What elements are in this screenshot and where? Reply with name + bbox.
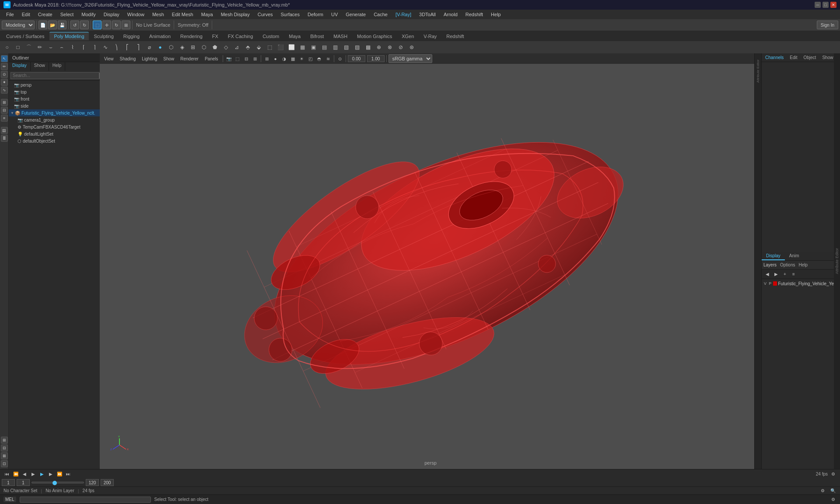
shelf-icon-30[interactable]: ▤ [319, 42, 329, 52]
shelf-icon-25[interactable]: ⬚ [264, 42, 275, 52]
menu-3dtoall[interactable]: 3DToAll [416, 11, 439, 18]
shelf-icon-5[interactable]: ⌣ [46, 42, 56, 52]
timeline-current-frame[interactable] [17, 479, 30, 486]
bottom-tool-1[interactable]: ⊞ [1, 437, 8, 444]
tab-sculpting[interactable]: Sculpting [90, 32, 118, 40]
vp-btn-ao[interactable]: ◓ [315, 55, 323, 63]
status-settings-btn[interactable]: ⚙ [819, 487, 826, 494]
layout-quad-btn[interactable]: ⊟ [1, 107, 8, 114]
shelf-icon-9[interactable]: ⌉ [89, 42, 100, 52]
tab-rigging[interactable]: Rigging [119, 32, 144, 40]
shelf-icon-8[interactable]: ⌈ [78, 42, 89, 52]
tree-item-side[interactable]: 📷 side [9, 102, 108, 109]
menu-edit-mesh[interactable]: Edit Mesh [168, 11, 197, 18]
shelf-icon-16[interactable]: ⬡ [166, 42, 176, 52]
menu-uv[interactable]: UV [328, 11, 341, 18]
outliner-tab-help[interactable]: Help [49, 62, 66, 71]
layer-v-toggle[interactable]: V [763, 281, 767, 286]
tree-item-top[interactable]: 📷 top [9, 88, 108, 95]
tree-item-lightset[interactable]: 💡 defaultLightSet [9, 130, 108, 137]
shelf-icon-21[interactable]: ◇ [220, 42, 231, 52]
brush-tool-btn[interactable]: ⊙ [1, 71, 8, 78]
tab-fx[interactable]: FX [208, 32, 223, 40]
shelf-icon-36[interactable]: ⊗ [385, 42, 395, 52]
menu-cache[interactable]: Cache [370, 11, 391, 18]
menu-create[interactable]: Create [35, 11, 56, 18]
tree-item-persp[interactable]: 📷 persp [9, 81, 108, 88]
tab-vray[interactable]: V-Ray [419, 32, 441, 40]
tab-animation[interactable]: Animation [145, 32, 175, 40]
tree-item-camera-group[interactable]: 📷 camera1_group [9, 116, 108, 123]
tab-curves-surfaces[interactable]: Curves / Surfaces [2, 32, 49, 40]
menu-redshift[interactable]: Redshift [462, 11, 486, 18]
layers-subtab-layers[interactable]: Layers [763, 262, 777, 267]
sculpt-tool-btn[interactable]: ✦ [1, 79, 8, 86]
shelf-icon-14[interactable]: ⌀ [144, 42, 154, 52]
menu-display[interactable]: Display [100, 11, 123, 18]
shelf-icon-33[interactable]: ▨ [352, 42, 362, 52]
anim-tab[interactable]: Anim [785, 252, 804, 260]
mel-input[interactable] [20, 497, 151, 503]
menu-curves[interactable]: Curves [254, 11, 276, 18]
vp-menu-shading[interactable]: Shading [117, 56, 139, 62]
vp-btn-light[interactable]: ☀ [298, 55, 306, 63]
select-tool-btn[interactable]: ⬚ [93, 21, 102, 29]
bottom-tool-4[interactable]: ⊡ [1, 460, 8, 467]
tab-motion-graphics[interactable]: Motion Graphics [353, 32, 396, 40]
maximize-button[interactable]: □ [822, 2, 829, 8]
tab-custom[interactable]: Custom [258, 32, 284, 40]
tab-poly-modeling[interactable]: Poly Modeling [49, 32, 88, 40]
shelf-icon-22[interactable]: ⊿ [231, 42, 242, 52]
mode-selector[interactable]: Modeling [2, 21, 35, 29]
shelf-icon-12[interactable]: ⎡ [122, 42, 133, 52]
shelf-icon-4[interactable]: ✏ [35, 42, 45, 52]
viewport[interactable]: View Shading Lighting Show Renderer Pane… [100, 53, 761, 469]
attribute-btn[interactable]: ≣ [1, 135, 8, 142]
select-mode-btn[interactable]: ↖ [1, 55, 8, 62]
tree-item-front[interactable]: 📷 front [9, 95, 108, 102]
menu-help[interactable]: Help [487, 11, 504, 18]
outliner-tab-show[interactable]: Show [31, 62, 49, 71]
attribute-editor-tab[interactable]: Attribute Editor [756, 60, 760, 83]
object-tab[interactable]: Object [802, 54, 818, 61]
new-scene-btn[interactable]: 📄 [38, 21, 47, 29]
outliner-tab-display[interactable]: Display [9, 62, 31, 71]
channels-tab[interactable]: Channels [763, 54, 785, 61]
redo-btn[interactable]: ↻ [80, 21, 89, 29]
tab-xgen[interactable]: XGen [397, 32, 418, 40]
layer-row-vehicle[interactable]: V P Futuristic_Flying_Vehicle_Yello [762, 279, 840, 288]
vp-menu-panels[interactable]: Panels [202, 56, 221, 62]
playback-to-end-btn[interactable]: ⏭ [65, 471, 72, 478]
vp-btn-wireframe[interactable]: ⊞ [263, 55, 271, 63]
playback-play-back-btn[interactable]: ▶ [30, 471, 37, 478]
scale-tool-btn[interactable]: ⊞ [122, 21, 130, 29]
menu-edit[interactable]: Edit [18, 11, 34, 18]
coord-x-field[interactable] [348, 55, 365, 62]
playback-prev-key-btn[interactable]: ◀ [21, 471, 28, 478]
shelf-icon-31[interactable]: ▥ [330, 42, 340, 52]
edit-tab[interactable]: Edit [788, 54, 799, 61]
tab-fx-caching[interactable]: FX Caching [224, 32, 257, 40]
playback-play-btn[interactable]: ▶ [38, 471, 46, 478]
bottom-tool-2[interactable]: ⊟ [1, 444, 8, 452]
rotate-tool-btn[interactable]: ↻ [112, 21, 121, 29]
shelf-icon-35[interactable]: ⊕ [374, 42, 384, 52]
layers-prev-btn[interactable]: ◀ [763, 270, 771, 278]
channel-box-btn[interactable]: ▤ [1, 127, 8, 134]
timeline-start-frame[interactable] [2, 479, 15, 486]
timeline-end-frame[interactable] [86, 479, 99, 486]
shelf-icon-1[interactable]: ○ [2, 42, 12, 52]
tab-redshift[interactable]: Redshift [442, 32, 468, 40]
shelf-icon-24[interactable]: ⬙ [253, 42, 264, 52]
vp-menu-lighting[interactable]: Lighting [139, 56, 160, 62]
shelf-icon-32[interactable]: ▧ [341, 42, 351, 52]
shelf-icon-13[interactable]: ⎤ [133, 42, 144, 52]
menu-select[interactable]: Select [57, 11, 77, 18]
shelf-icon-6[interactable]: ⌢ [56, 42, 67, 52]
menu-mesh[interactable]: Mesh [149, 11, 168, 18]
menu-mesh-display[interactable]: Mesh Display [217, 11, 253, 18]
menu-modify[interactable]: Modify [78, 11, 99, 18]
playback-to-start-btn[interactable]: ⏮ [4, 471, 10, 478]
vp-btn-isolate[interactable]: ⊙ [336, 55, 344, 63]
timeline-range-slider[interactable] [32, 482, 84, 483]
